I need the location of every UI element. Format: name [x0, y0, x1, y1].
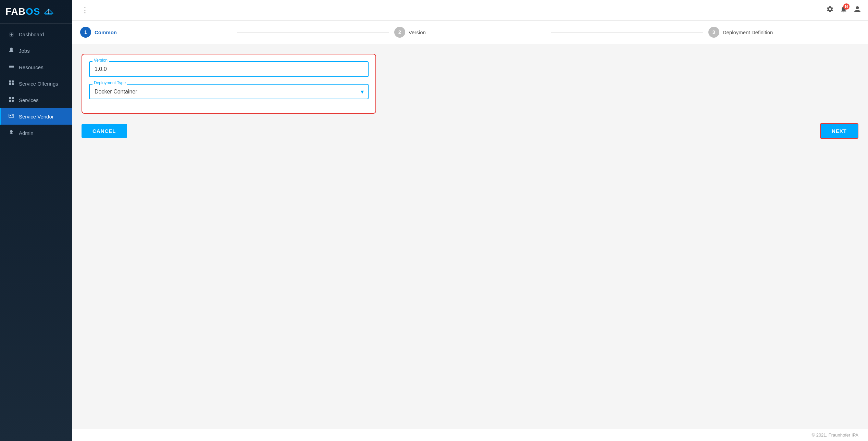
step-1-label: Common — [95, 29, 117, 35]
notifications-button[interactable]: 16 — [840, 5, 847, 15]
dashboard-icon — [8, 31, 15, 38]
service-vendor-icon — [8, 113, 15, 120]
buttons-row: CANCEL NEXT — [82, 123, 858, 142]
deployment-type-select[interactable]: Docker Container Kubernetes VM — [89, 84, 369, 99]
sidebar-item-dashboard[interactable]: Dashboard — [0, 26, 72, 42]
notification-badge: 16 — [843, 3, 850, 10]
step-2-label: Version — [409, 29, 426, 35]
resources-icon — [8, 64, 15, 71]
step-version: 2 Version — [394, 27, 546, 38]
sidebar-item-resources[interactable]: Resources — [0, 59, 72, 75]
step-2-circle: 2 — [394, 27, 405, 38]
sidebar-item-jobs[interactable]: Jobs — [0, 42, 72, 59]
version-label: Version — [92, 58, 109, 63]
user-button[interactable] — [854, 5, 861, 15]
menu-dots-button[interactable]: ⋮ — [79, 4, 91, 16]
svg-rect-13 — [10, 115, 11, 116]
sidebar-item-service-vendor-label: Service Vendor — [19, 114, 54, 119]
sidebar-item-jobs-label: Jobs — [19, 48, 30, 54]
logo-boat-icon — [44, 8, 54, 15]
deployment-type-select-wrapper: Docker Container Kubernetes VM ▾ — [89, 84, 369, 99]
svg-rect-6 — [9, 83, 11, 85]
logo: FABOS — [0, 0, 72, 24]
sidebar: FABOS Dashboard Jobs Resources — [0, 0, 72, 441]
step-deployment-definition: 3 Deployment Definition — [708, 27, 860, 38]
stepper: 1 Common 2 Version 3 Deployment Definiti… — [72, 21, 868, 44]
sidebar-item-resources-label: Resources — [19, 64, 44, 70]
topbar: ⋮ 16 — [72, 0, 868, 21]
svg-rect-1 — [9, 65, 14, 65]
sidebar-item-services[interactable]: Services — [0, 92, 72, 108]
sidebar-nav: Dashboard Jobs Resources Service Offerin… — [0, 24, 72, 441]
step-1-circle: 1 — [80, 27, 91, 38]
sidebar-item-service-offerings-label: Service Offerings — [19, 81, 58, 87]
sidebar-item-service-vendor[interactable]: Service Vendor — [0, 108, 72, 125]
svg-rect-4 — [9, 80, 11, 83]
deployment-type-label: Deployment Type — [92, 80, 127, 85]
svg-rect-11 — [12, 100, 14, 102]
next-button[interactable]: NEXT — [820, 123, 858, 139]
sidebar-item-admin-label: Admin — [19, 130, 34, 136]
footer-text: © 2021, Fraunhofer IPA — [811, 432, 858, 438]
step-connector-1 — [237, 32, 388, 33]
cancel-button[interactable]: CANCEL — [82, 124, 127, 138]
services-icon — [8, 97, 15, 103]
admin-icon — [8, 129, 15, 136]
settings-button[interactable] — [826, 5, 834, 15]
sidebar-item-services-label: Services — [19, 97, 39, 103]
svg-rect-10 — [9, 100, 11, 102]
logo-fab: FAB — [5, 6, 26, 17]
svg-rect-7 — [12, 83, 14, 85]
jobs-icon — [8, 47, 15, 54]
svg-point-0 — [10, 48, 13, 50]
step-connector-2 — [551, 32, 703, 33]
step-3-label: Deployment Definition — [723, 29, 773, 35]
step-3-circle: 3 — [708, 27, 719, 38]
version-input[interactable] — [89, 61, 369, 77]
main-content: ⋮ 16 1 Common 2 Version 3 D — [72, 0, 868, 441]
sidebar-item-admin[interactable]: Admin — [0, 125, 72, 141]
svg-rect-8 — [9, 97, 11, 99]
footer: © 2021, Fraunhofer IPA — [72, 429, 868, 441]
svg-rect-9 — [12, 97, 14, 99]
form-box: Version Deployment Type Docker Container… — [82, 54, 376, 114]
svg-rect-3 — [9, 67, 14, 68]
svg-rect-5 — [12, 80, 14, 83]
topbar-left: ⋮ — [79, 4, 91, 16]
sidebar-item-service-offerings[interactable]: Service Offerings — [0, 75, 72, 92]
sidebar-item-dashboard-label: Dashboard — [19, 32, 44, 37]
logo-os: OS — [26, 6, 40, 17]
content-area: Version Deployment Type Docker Container… — [72, 44, 868, 429]
svg-rect-2 — [9, 66, 14, 67]
deployment-type-field-wrapper: Deployment Type Docker Container Kuberne… — [89, 84, 369, 99]
service-offerings-icon — [8, 80, 15, 87]
topbar-right: 16 — [826, 5, 861, 15]
step-common: 1 Common — [80, 27, 232, 38]
version-field-wrapper: Version — [89, 61, 369, 77]
